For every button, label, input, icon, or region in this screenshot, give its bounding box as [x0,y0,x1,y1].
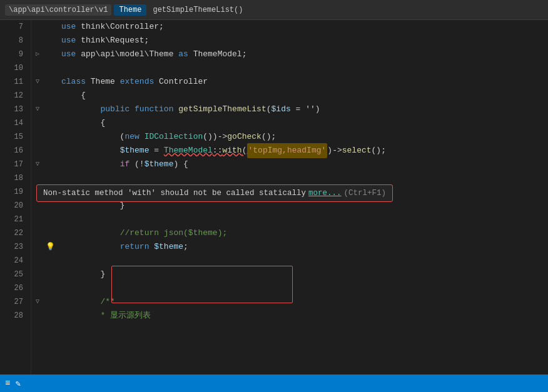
fold-16 [31,144,44,158]
code-line-16: $theme = ThemeModel::with('topImg,headIm… [61,144,548,158]
fold-11[interactable]: ▽ [31,75,44,89]
code-line-8: use think\Request; [61,34,548,48]
code-line-10 [61,61,548,75]
code-line-23: return $theme; [61,240,548,254]
breadcrumb-method[interactable]: getSimpleThemeList() [149,4,246,16]
bulb-25 [44,268,56,281]
fold-14 [31,116,44,130]
bulb-24 [44,254,56,268]
line-28: 28 [0,309,23,323]
fold-24 [31,254,44,268]
bulb-21 [44,213,56,226]
line-19: 19 [0,185,23,199]
bulb-icon: 💡 [46,243,55,251]
bulb-18 [44,171,56,185]
code-line-22: //return json($theme); [61,226,548,240]
line-number-gutter: 7 8 9 10 11 12 13 14 15 16 17 18 19 20 2… [0,20,31,374]
line-23: 23 [0,240,23,254]
bulb-13 [44,103,56,116]
line-25: 25 [0,268,23,281]
fold-27[interactable]: ▽ [31,295,44,309]
line-17: 17 [0,158,23,171]
fold-13[interactable]: ▽ [31,103,44,116]
fold-17[interactable]: ▽ [31,158,44,171]
editor-area: 7 8 9 10 11 12 13 14 15 16 17 18 19 20 2… [0,20,548,374]
code-line-7: use think\Controller; [61,20,548,34]
code-line-17: if (!$theme) { [61,158,548,171]
fold-21 [31,213,44,226]
warning-tooltip: Non-static method 'with' should not be c… [36,184,393,202]
line-22: 22 [0,226,23,240]
code-line-14: { [61,116,548,130]
breadcrumb-bar: \app\api\controller\v1 Theme getSimpleTh… [0,0,548,20]
line-24: 24 [0,254,23,268]
bulb-11 [44,75,56,89]
code-line-24 [61,254,548,268]
line-10: 10 [0,61,23,75]
bulb-14 [44,116,56,130]
code-line-26 [61,281,548,295]
code-line-27: /** [61,295,548,309]
line-27: 27 [0,295,23,309]
bulb-12 [44,89,56,103]
line-18: 18 [0,171,23,185]
line-9: 9 [0,48,23,61]
bulb-8 [44,34,56,48]
fold-15 [31,130,44,144]
line-7: 7 [0,20,23,34]
fold-7 [31,20,44,34]
bulb-15 [44,130,56,144]
status-icon-1[interactable]: ≡ [5,378,10,388]
fold-28 [31,309,44,323]
line-15: 15 [0,130,23,144]
code-line-18 [61,171,548,185]
bulb-27 [44,295,56,309]
code-line-11: class Theme extends Controller [61,75,548,89]
bulb-10 [44,61,56,75]
fold-22 [31,226,44,240]
bulb-9 [44,48,56,61]
fold-10 [31,61,44,75]
line-12: 12 [0,89,23,103]
line-13: 13 [0,103,23,116]
warning-shortcut: (Ctrl+F1) [344,189,387,198]
code-line-9: use app\api\model\Theme as ThemeModel; [61,48,548,61]
fold-12 [31,89,44,103]
fold-23 [31,240,44,254]
status-bar: ≡ ✎ [0,374,548,392]
squiggly-span: ThemeModel::with( [164,144,247,158]
fold-9[interactable]: ▷ [31,48,44,61]
fold-25 [31,268,44,281]
line-14: 14 [0,116,23,130]
bulb-16 [44,144,56,158]
fold-8 [31,34,44,48]
fold-18 [31,171,44,185]
code-line-28: * 显示源列表 [61,309,548,323]
code-line-15: (new IDCollection())->goCheck(); [61,130,548,144]
breadcrumb-path[interactable]: \app\api\controller\v1 [5,4,111,16]
code-line-13: public function getSimpleThemeList($ids … [61,103,548,116]
bulb-23[interactable]: 💡 [44,240,56,254]
code-line-12: { [61,89,548,103]
line-8: 8 [0,34,23,48]
bulb-22 [44,226,56,240]
breadcrumb-class[interactable]: Theme [114,4,146,16]
status-icon-2[interactable]: ✎ [15,378,20,389]
line-21: 21 [0,213,23,226]
line-26: 26 [0,281,23,295]
warning-text: Non-static method 'with' should not be c… [43,189,306,198]
code-line-25: } [61,268,548,281]
fold-26 [31,281,44,295]
bulb-17 [44,158,56,171]
code-line-21 [61,213,548,226]
bulb-26 [44,281,56,295]
warning-more-link[interactable]: more... [308,189,342,198]
highlight-string: 'topImg,headImg' [247,143,328,158]
line-20: 20 [0,199,23,213]
line-11: 11 [0,75,23,89]
line-16: 16 [0,144,23,158]
bulb-28 [44,309,56,323]
bulb-7 [44,20,56,34]
